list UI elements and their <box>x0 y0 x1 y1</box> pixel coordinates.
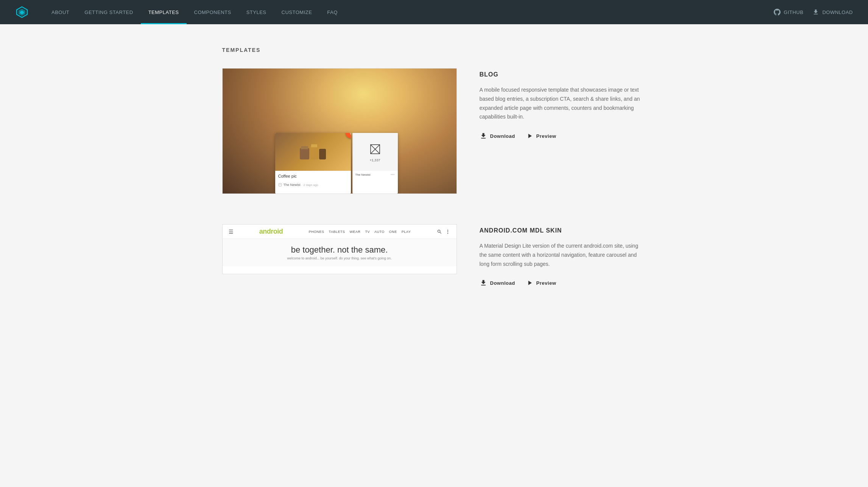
nav-about[interactable]: ABOUT <box>44 0 77 24</box>
android-nav: PHONES TABLETS WEAR TV AUTO ONE PLAY <box>309 230 411 234</box>
coffee-cups-icon <box>298 140 328 163</box>
android-more-icon <box>445 229 450 234</box>
nav-components[interactable]: COMPONENTS <box>187 0 239 24</box>
header-actions: GitHub Download <box>774 9 853 16</box>
download-header-button[interactable]: Download <box>812 9 853 16</box>
android-download-label: Download <box>490 280 515 286</box>
page-title: TEMPLATES <box>222 47 646 53</box>
header: ABOUT GETTING STARTED TEMPLATES COMPONEN… <box>0 0 868 24</box>
android-body: be together. not the same. welcome to an… <box>223 239 457 266</box>
main-content: TEMPLATES <box>207 24 661 340</box>
template-entry-android: ☰ android PHONES TABLETS WEAR TV AUTO ON… <box>222 224 646 287</box>
android-nav-play: PLAY <box>402 230 411 234</box>
nav-faq[interactable]: FAQ <box>319 0 345 24</box>
android-nav-auto: AUTO <box>374 230 385 234</box>
nav-getting-started[interactable]: GETTING STARTED <box>77 0 140 24</box>
blog-card-count: +1,337 <box>370 158 380 162</box>
template-entry-blog: Coffee pic The Newist 2 days ago + <box>222 68 646 194</box>
download-blog-icon <box>480 132 487 140</box>
android-title: ANDROID.COM MDL SKIN <box>480 227 646 234</box>
blog-card-caption: Coffee pic <box>275 171 351 181</box>
blog-title: BLOG <box>480 71 646 78</box>
nav-templates[interactable]: TEMPLATES <box>141 0 187 24</box>
svg-point-16 <box>392 174 393 175</box>
blog-cards-overlay: Coffee pic The Newist 2 days ago + <box>275 133 404 194</box>
android-nav-phones: PHONES <box>309 230 324 234</box>
android-preview-button[interactable]: Preview <box>526 279 556 287</box>
svg-point-19 <box>447 231 448 232</box>
android-actions: Download Preview <box>480 279 646 287</box>
android-sub: welcome to android... be yourself. do yo… <box>238 256 441 260</box>
android-action-icons <box>437 229 450 234</box>
svg-rect-4 <box>300 148 309 159</box>
blog-preview-image: Coffee pic The Newist 2 days ago + <box>223 69 457 194</box>
blog-preview-container: Coffee pic The Newist 2 days ago + <box>222 68 457 194</box>
svg-rect-5 <box>301 146 308 149</box>
android-logo: android <box>259 228 283 236</box>
android-preview-label: Preview <box>536 280 556 286</box>
svg-point-15 <box>391 174 391 175</box>
blog-card-right: +1,337 The Newist <box>352 133 398 194</box>
main-nav: ABOUT GETTING STARTED TEMPLATES COMPONEN… <box>44 0 774 24</box>
github-icon <box>774 9 781 16</box>
nav-customize[interactable]: CUSTOMIZE <box>274 0 320 24</box>
android-preview-image: ☰ android PHONES TABLETS WEAR TV AUTO ON… <box>223 225 457 274</box>
svg-rect-8 <box>319 149 326 159</box>
android-search-icon <box>437 229 442 234</box>
blog-card-footer: The Newist 2 days ago <box>275 181 351 188</box>
android-info: ANDROID.COM MDL SKIN A Material Design L… <box>480 224 646 287</box>
blog-info: BLOG A mobile focused responsive templat… <box>480 68 646 140</box>
download-android-icon <box>480 279 487 287</box>
android-header-bar: ☰ android PHONES TABLETS WEAR TV AUTO ON… <box>223 225 457 239</box>
logo[interactable] <box>15 5 29 19</box>
blog-card-image <box>275 133 351 171</box>
logo-icon <box>15 5 29 19</box>
more-icon <box>390 172 395 177</box>
blog-actions: Download Preview <box>480 132 646 140</box>
svg-rect-6 <box>310 146 318 159</box>
blog-card-right-logo <box>368 142 383 157</box>
android-nav-one: ONE <box>389 230 397 234</box>
blog-preview-button[interactable]: Preview <box>526 132 556 140</box>
blog-description: A mobile focused responsive template tha… <box>480 86 646 122</box>
android-nav-wear: WEAR <box>349 230 360 234</box>
android-nav-tablets: TABLETS <box>329 230 345 234</box>
android-tagline: be together. not the same. <box>238 245 441 255</box>
android-download-button[interactable]: Download <box>480 279 515 287</box>
blog-card-right-footer: The Newist <box>352 171 398 178</box>
blog-preview-label: Preview <box>536 133 556 139</box>
blog-card-right-image: +1,337 <box>352 133 398 171</box>
github-button[interactable]: GitHub <box>774 9 803 16</box>
blog-download-button[interactable]: Download <box>480 132 515 140</box>
android-hamburger-icon: ☰ <box>229 229 234 235</box>
svg-point-20 <box>447 233 448 233</box>
android-description: A Material Design Lite version of the cu… <box>480 242 646 268</box>
android-preview-container: ☰ android PHONES TABLETS WEAR TV AUTO ON… <box>222 224 457 274</box>
android-nav-tv: TV <box>365 230 370 234</box>
github-label: GitHub <box>784 9 803 15</box>
download-header-icon <box>812 9 819 16</box>
blog-card-right-footer-text: The Newist <box>355 173 371 176</box>
download-header-label: Download <box>822 9 853 15</box>
blog-card-left: Coffee pic The Newist 2 days ago + <box>275 133 351 194</box>
preview-android-icon <box>526 279 533 287</box>
svg-rect-7 <box>311 144 317 147</box>
svg-point-17 <box>393 174 394 175</box>
preview-blog-icon <box>526 132 533 140</box>
blog-card-footer-text: The Newist <box>284 183 301 187</box>
blog-download-label: Download <box>490 133 515 139</box>
nav-styles[interactable]: STYLES <box>239 0 274 24</box>
svg-point-18 <box>447 229 448 230</box>
card-footer-icon <box>278 183 282 187</box>
blog-card-date: 2 days ago <box>304 183 318 187</box>
